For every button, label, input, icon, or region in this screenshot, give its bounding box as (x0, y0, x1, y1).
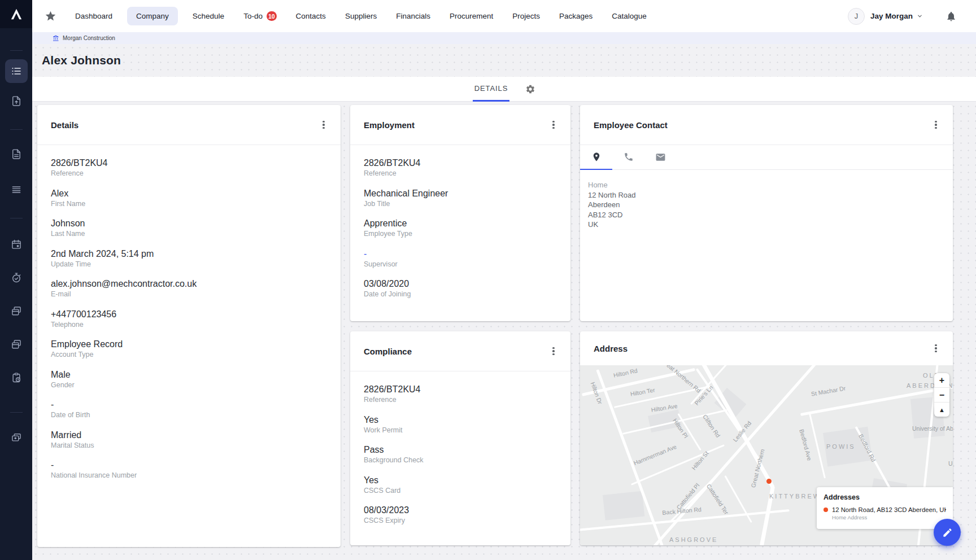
address-card-menu-button[interactable] (928, 340, 944, 356)
address-entry[interactable]: 12 North Road, AB12 3CD Aberdeen, UK (823, 506, 946, 513)
map-zoom-controls: + − ▲ (934, 373, 949, 417)
contact-tab-location[interactable] (580, 145, 612, 170)
map[interactable]: Hilton Rd Hilton Ter Hilton Ave Hilton D… (580, 365, 953, 545)
breadcrumb-company-name: Morgan Construction (63, 35, 115, 41)
nav-item-catalogue[interactable]: Catalogue (612, 12, 647, 20)
sidebar-item-window-panel-1[interactable] (5, 300, 28, 322)
tab-details[interactable]: DETAILS (473, 77, 510, 102)
field-update-time: 2nd March 2024, 5:14 pmUpdate Time (51, 248, 327, 270)
employment-card-menu-button[interactable] (546, 117, 561, 133)
sidebar-item-timer-check[interactable] (5, 266, 28, 289)
field-email: alex.johnson@mechcontractor.co.ukE-mail (51, 278, 327, 300)
sidebar-item-window-panel-2[interactable] (5, 333, 28, 356)
field-employee-type: ApprenticeEmployee Type (364, 218, 557, 239)
sidebar-item-clipboard-clock[interactable] (5, 366, 28, 389)
nav-item-schedule[interactable]: Schedule (193, 12, 224, 20)
contact-card-title: Employee Contact (594, 120, 668, 130)
main-area: Dashboard Company Schedule To-do 10 Cont… (32, 0, 976, 560)
nav-item-todo[interactable]: To-do 10 (243, 11, 276, 21)
field-date-of-joining: 03/08/2020Date of Joining (364, 278, 557, 300)
field-account-type: Employee RecordAccount Type (51, 339, 327, 360)
sidebar-item-lines-list[interactable] (5, 178, 28, 201)
content-area: Details 2826/BT2KU4Reference AlexFirst N… (32, 102, 976, 560)
nav-item-projects[interactable]: Projects (512, 12, 540, 20)
street-label: Hilton Ter (630, 386, 656, 397)
sidebar-item-file-upload[interactable] (5, 90, 28, 112)
street-label: Bedford Ave (798, 428, 813, 461)
compliance-card: Compliance 2826/BT2KU4Reference YesWork … (350, 331, 570, 545)
addresses-overlay: Addresses 12 North Road, AB12 3CD Aberde… (817, 487, 953, 529)
nav-item-procurement[interactable]: Procurement (450, 12, 493, 20)
nav-item-contacts[interactable]: Contacts (296, 12, 326, 20)
street-label: Hilton Rd (613, 367, 638, 379)
nav-item-company[interactable]: Company (127, 7, 178, 25)
addresses-overlay-title: Addresses (823, 493, 946, 501)
address-entry-type: Home Address (832, 514, 946, 520)
contact-address-line: Aberdeen (588, 200, 945, 210)
field-job-title: Mechanical EngineerJob Title (364, 188, 557, 209)
employment-card: Employment 2826/BT2KU4Reference Mechanic… (350, 105, 570, 321)
tab-settings-gear-icon[interactable] (525, 84, 535, 94)
compliance-card-title: Compliance (364, 347, 412, 356)
details-card-menu-button[interactable] (316, 117, 332, 133)
sidebar-item-photo-cards[interactable] (5, 426, 28, 449)
field-reference: 2826/BT2KU4Reference (364, 158, 557, 179)
map-marker[interactable] (766, 479, 772, 484)
user-avatar[interactable]: J (848, 8, 865, 25)
sidebar-item-document[interactable] (5, 143, 28, 165)
page-title: Alex Johnson (42, 54, 121, 67)
nav-item-suppliers[interactable]: Suppliers (345, 12, 377, 20)
app-window: Dashboard Company Schedule To-do 10 Cont… (0, 0, 976, 560)
sidebar-divider (10, 129, 23, 130)
zoom-in-button[interactable]: + (934, 373, 949, 387)
field-gender: MaleGender (51, 369, 327, 391)
field-cscs-card: YesCSCS Card (364, 475, 557, 496)
street-label: Hammerman Ave (633, 443, 678, 466)
contact-address-block: Home 12 North Road Aberdeen AB12 3CD UK (580, 170, 953, 240)
field-telephone: +447700123456Telephone (51, 309, 327, 330)
field-reference: 2826/BT2KU4Reference (364, 384, 557, 405)
field-reference: 2826/BT2KU4Reference (51, 158, 327, 179)
todo-count-badge: 10 (267, 11, 277, 21)
nav-item-todo-label: To-do (243, 12, 263, 20)
street-label: Clifton Rd (702, 413, 722, 439)
street-label: Cattofield Ter (705, 483, 730, 515)
sidebar-divider (10, 50, 23, 51)
user-name[interactable]: Jay Morgan (870, 12, 913, 20)
contact-tab-mail[interactable] (644, 145, 677, 170)
nav-item-packages[interactable]: Packages (559, 12, 592, 20)
address-card-title: Address (594, 344, 628, 353)
street-label: Hilton St (690, 450, 710, 471)
field-cscs-expiry: 08/03/2023CSCS Expiry (364, 505, 557, 526)
nav-item-dashboard[interactable]: Dashboard (75, 12, 112, 20)
field-last-name: JohnsonLast Name (51, 218, 327, 239)
street-label: Ur (948, 460, 953, 467)
app-logo-icon[interactable] (0, 0, 32, 28)
compliance-card-menu-button[interactable] (546, 343, 561, 359)
company-building-icon (53, 35, 59, 42)
contact-tabs (580, 145, 953, 170)
contact-address-line: UK (588, 220, 945, 230)
breadcrumb[interactable]: Morgan Construction (32, 32, 976, 44)
favorite-star-icon[interactable] (45, 10, 56, 22)
address-card: Address (580, 331, 953, 545)
map-compass-button[interactable]: ▲ (934, 403, 949, 417)
zoom-out-button[interactable]: − (934, 388, 949, 402)
location-pin-icon (591, 152, 602, 162)
edit-fab-button[interactable] (934, 519, 961, 546)
chevron-down-icon[interactable] (917, 13, 923, 19)
contact-address-line: 12 North Road (588, 190, 945, 200)
field-supervisor: -Supervisor (364, 248, 557, 270)
top-navigation: Dashboard Company Schedule To-do 10 Cont… (32, 0, 976, 32)
tab-bar: DETAILS (32, 77, 976, 102)
sidebar-item-records-list[interactable] (5, 59, 28, 83)
mail-icon (655, 152, 666, 163)
nav-item-financials[interactable]: Financials (396, 12, 430, 20)
details-card: Details 2826/BT2KU4Reference AlexFirst N… (37, 105, 341, 547)
sidebar-item-calendar[interactable] (5, 233, 28, 256)
contact-card-menu-button[interactable] (928, 117, 944, 133)
field-date-of-birth: -Date of Birth (51, 399, 327, 421)
sidebar-divider (10, 412, 23, 413)
contact-tab-phone[interactable] (612, 145, 644, 170)
notifications-bell-icon[interactable] (945, 11, 957, 22)
